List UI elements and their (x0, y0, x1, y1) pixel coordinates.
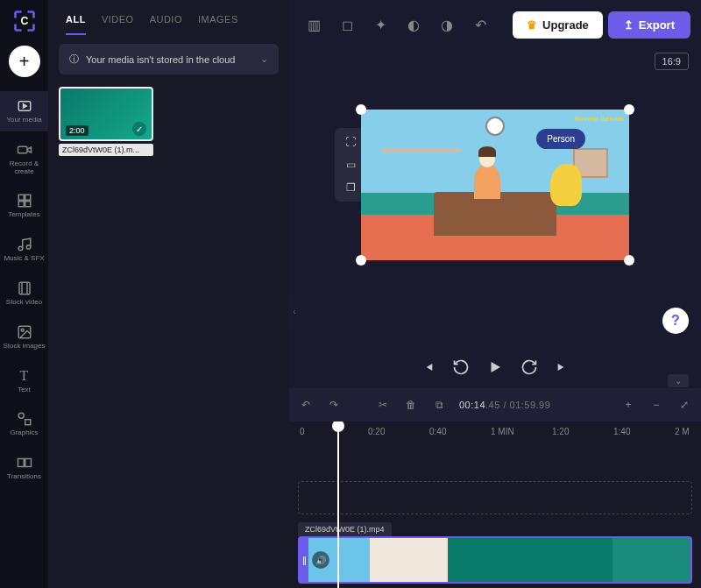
upgrade-button[interactable]: ♛ Upgrade (513, 11, 603, 39)
undo-tool-button[interactable]: ↶ (466, 11, 494, 39)
upgrade-label: Upgrade (542, 18, 589, 32)
layout-button[interactable]: ▥ (300, 11, 328, 39)
resize-handle-bl[interactable] (356, 255, 366, 266)
ruler-tick: 1:40 (613, 427, 630, 436)
crop-button[interactable]: ◻ (333, 11, 361, 39)
nav-text[interactable]: T Text (0, 361, 48, 401)
fit-button[interactable]: ⛶ (340, 133, 361, 151)
redo-button[interactable]: ↷ (326, 399, 342, 411)
current-time: 00:14 (459, 400, 485, 410)
add-button[interactable]: + (9, 46, 40, 77)
svg-rect-4 (18, 195, 24, 201)
forward-button[interactable] (520, 358, 538, 376)
nav-label: Record & create (2, 160, 46, 176)
svg-point-9 (26, 245, 31, 250)
nav-label: Music & SFX (4, 255, 44, 263)
redo-icon: ↷ (329, 399, 338, 411)
svg-point-14 (21, 329, 24, 331)
svg-rect-16 (25, 420, 30, 425)
ruler-tick: 0:20 (368, 427, 385, 436)
zoom-in-button[interactable]: + (620, 399, 636, 411)
video-preview[interactable]: Person Roving Genius (361, 110, 629, 260)
tab-video[interactable]: VIDEO (102, 14, 134, 25)
playback-controls (289, 346, 701, 388)
skip-forward-icon (556, 360, 570, 374)
duplicate-button[interactable]: ⧉ (431, 399, 447, 411)
total-time: 01:59 (510, 400, 536, 410)
filter-button[interactable]: ◐ (400, 11, 428, 39)
media-tabs: ALL VIDEO AUDIO IMAGES (59, 11, 279, 37)
nav-stock-images[interactable]: Stock images (0, 317, 48, 358)
wand-icon: ✦ (375, 17, 386, 33)
play-button[interactable] (487, 359, 503, 375)
text-icon: T (17, 368, 32, 384)
ruler-tick: 1:20 (552, 427, 569, 436)
rewind-button[interactable] (452, 358, 470, 376)
media-icon (17, 98, 32, 114)
export-label: Export (639, 18, 675, 32)
tab-all[interactable]: ALL (66, 14, 86, 25)
contrast-icon: ◐ (407, 17, 420, 33)
resize-handle-br[interactable] (624, 255, 634, 266)
svg-rect-6 (18, 202, 24, 207)
scene-character-dino (550, 164, 582, 206)
adjust-button[interactable]: ◑ (433, 11, 461, 39)
camera-icon (17, 142, 32, 158)
timeline-expand-button[interactable]: ⌄ (668, 374, 689, 387)
nav-music-sfx[interactable]: Music & SFX (0, 230, 48, 270)
svg-rect-17 (18, 459, 24, 467)
nav-graphics[interactable]: Graphics (0, 404, 48, 444)
undo-button[interactable]: ↶ (298, 399, 314, 411)
nav-your-media[interactable]: Your media (0, 91, 48, 131)
forward-icon (520, 358, 538, 376)
scissors-icon: ✂ (379, 399, 387, 411)
pip-button[interactable]: ❐ (340, 179, 361, 196)
media-item[interactable]: 2:00 ✓ ZCl69dVtW0E (1).m... (59, 87, 153, 156)
canvas-area: 16:9 ⛶ ▭ ❐ Person Roving Genius (289, 49, 701, 346)
speaker-icon: 🔊 (315, 556, 326, 565)
upload-icon: ↥ (624, 18, 634, 32)
nav-label: Stock images (3, 343, 45, 351)
fill-button[interactable]: ▭ (340, 156, 361, 174)
fit-timeline-button[interactable]: ⤢ (676, 399, 692, 411)
svg-point-15 (18, 414, 24, 419)
timeline-ruler[interactable]: 0 0:20 0:40 1 MIN 1:20 1:40 2 M (289, 422, 701, 446)
empty-track-dropzone[interactable] (298, 481, 692, 514)
clip-trim-left[interactable]: ‖ (300, 538, 308, 582)
resize-handle-tr[interactable] (624, 104, 634, 115)
app-logo[interactable]: C (11, 7, 39, 35)
media-grid: 2:00 ✓ ZCl69dVtW0E (1).m... (59, 87, 279, 156)
collapse-icon: ⤢ (680, 399, 689, 411)
help-button[interactable]: ? (662, 308, 689, 334)
tab-audio[interactable]: AUDIO (150, 14, 182, 25)
checkmark-icon: ✓ (132, 122, 146, 136)
delete-button[interactable]: 🗑 (403, 399, 419, 411)
magic-button[interactable]: ✦ (366, 11, 394, 39)
clip-filename-label: ZCl69dVtW0E (1).mp4 (298, 522, 392, 536)
resize-handle-tl[interactable] (356, 104, 366, 115)
svg-rect-3 (18, 146, 27, 153)
export-button[interactable]: ↥ Export (608, 11, 690, 39)
cloud-storage-notice[interactable]: ⓘ Your media isn't stored in the cloud ⌄ (59, 44, 279, 74)
nav-stock-video[interactable]: Stock video (0, 273, 48, 314)
split-button[interactable]: ✂ (375, 399, 391, 411)
clip-audio-toggle[interactable]: 🔊 (312, 551, 329, 569)
playhead[interactable] (337, 422, 339, 588)
nav-templates[interactable]: Templates (0, 186, 48, 226)
ruler-tick: 0 (300, 427, 305, 436)
undo-arc-icon: ↶ (475, 17, 486, 33)
timeline[interactable]: 0 0:20 0:40 1 MIN 1:20 1:40 2 M ZCl69dVt… (289, 422, 701, 588)
svg-point-8 (18, 246, 23, 251)
skip-start-button[interactable] (421, 360, 435, 374)
plus-icon: + (625, 399, 631, 411)
zoom-out-button[interactable]: − (648, 399, 664, 411)
tab-images[interactable]: IMAGES (198, 14, 238, 25)
nav-transitions[interactable]: Transitions (0, 448, 48, 488)
skip-end-button[interactable] (556, 360, 570, 374)
aspect-ratio-badge[interactable]: 16:9 (655, 53, 689, 70)
halfmoon-icon: ◑ (441, 17, 453, 33)
nav-label: Graphics (10, 429, 38, 437)
video-clip[interactable]: ‖ 🔊 (298, 536, 692, 584)
nav-record-create[interactable]: Record & create (0, 135, 48, 183)
info-icon: ⓘ (69, 53, 79, 66)
